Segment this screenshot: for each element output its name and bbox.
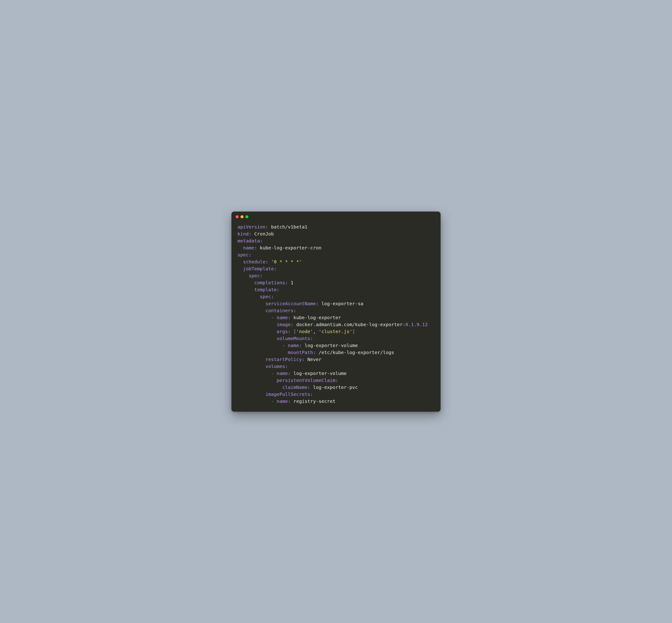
colon: : <box>294 308 296 314</box>
colon: : <box>260 273 263 278</box>
colon: : <box>313 350 316 355</box>
dash: - <box>271 315 274 320</box>
colon: : <box>310 391 313 397</box>
yaml-line: - name: log-exporter-volume <box>238 343 358 348</box>
colon: : <box>249 252 251 258</box>
yaml-line: args: ['node', 'cluster.js'] <box>238 329 355 334</box>
yaml-line: - name: registry-secret <box>238 398 335 404</box>
yaml-value: kube-log-exporter-cron <box>260 245 322 250</box>
yaml-line: completions: 1 <box>238 280 294 286</box>
colon: : <box>285 363 288 369</box>
yaml-key: claimName <box>282 385 307 390</box>
yaml-value: log-exporter-volume <box>294 370 347 376</box>
yaml-key: persistentVolumeClaim <box>277 378 336 383</box>
dash: - <box>282 343 285 348</box>
yaml-line: imagePullSecrets: <box>238 391 313 397</box>
yaml-line: image: docker.admantium.com/kube-log-exp… <box>238 322 428 327</box>
yaml-key: metadata <box>238 238 260 244</box>
yaml-line: jobTemplate: <box>238 266 277 271</box>
comma: , <box>313 329 316 334</box>
yaml-value: 0.1.9.12 <box>405 322 428 327</box>
yaml-line: - name: kube-log-exporter <box>238 315 341 320</box>
yaml-key: spec <box>260 294 271 299</box>
colon: : <box>299 343 302 348</box>
colon: : <box>335 378 338 383</box>
colon: : <box>277 287 279 292</box>
minimize-icon[interactable] <box>241 215 244 218</box>
colon: : <box>271 294 274 299</box>
colon: : <box>288 315 291 320</box>
maximize-icon[interactable] <box>245 215 248 218</box>
yaml-key: imagePullSecrets <box>265 391 310 397</box>
yaml-key: name <box>277 398 288 404</box>
yaml-value: CronJob <box>254 231 274 237</box>
dash: - <box>271 398 274 404</box>
yaml-line: metadata: <box>238 238 263 244</box>
yaml-value: 'node' <box>296 329 313 334</box>
yaml-key: name <box>277 315 288 320</box>
yaml-value: log-exporter-volume <box>305 343 358 348</box>
yaml-line: name: kube-log-exporter-cron <box>238 245 322 250</box>
code-block: apiVersion: batch/v1beta1 kind: CronJob … <box>232 220 440 412</box>
bracket: [ <box>294 329 296 334</box>
yaml-key: volumes <box>265 363 285 369</box>
yaml-line: - name: log-exporter-volume <box>238 370 347 376</box>
colon: : <box>254 245 257 250</box>
colon: : <box>310 336 313 341</box>
colon: : <box>288 398 291 404</box>
yaml-key: serviceAccountName <box>265 301 316 306</box>
colon: : <box>274 266 277 271</box>
yaml-value: 'cluster.js' <box>318 329 352 334</box>
window-titlebar <box>232 211 440 220</box>
colon: : <box>260 238 263 244</box>
yaml-key: schedule <box>243 259 265 265</box>
colon: : <box>307 385 310 390</box>
yaml-key: image <box>277 322 291 327</box>
colon: : <box>288 370 291 376</box>
yaml-key: name <box>288 343 299 348</box>
colon: : <box>265 259 268 265</box>
colon: : <box>291 322 294 327</box>
yaml-key: containers <box>265 308 293 314</box>
yaml-value: '0 * * * *' <box>271 259 302 265</box>
yaml-key: apiVersion <box>238 224 265 230</box>
yaml-line: volumes: <box>238 363 288 369</box>
close-icon[interactable] <box>236 215 239 218</box>
yaml-value: kube-log-exporter <box>294 315 341 320</box>
yaml-line: persistentVolumeClaim: <box>238 378 338 383</box>
yaml-line: volumeMounts: <box>238 336 313 341</box>
yaml-line: template: <box>238 287 279 292</box>
yaml-line: mountPath: /etc/kube-log-exporter/logs <box>238 350 394 355</box>
yaml-line: restartPolicy: Never <box>238 357 322 362</box>
yaml-key: restartPolicy <box>265 357 302 362</box>
yaml-key: completions <box>254 280 285 286</box>
colon: : <box>265 224 268 230</box>
yaml-value: log-exporter-sa <box>322 301 363 306</box>
colon: : <box>249 231 251 237</box>
yaml-line: spec: <box>238 273 263 278</box>
yaml-key: volumeMounts <box>277 336 310 341</box>
yaml-line: schedule: '0 * * * *' <box>238 259 302 265</box>
yaml-line: serviceAccountName: log-exporter-sa <box>238 301 363 306</box>
yaml-key: name <box>243 245 254 250</box>
code-window: apiVersion: batch/v1beta1 kind: CronJob … <box>232 211 440 412</box>
dash: - <box>271 370 274 376</box>
colon: : <box>302 357 305 362</box>
yaml-line: containers: <box>238 308 296 314</box>
yaml-line: apiVersion: batch/v1beta1 <box>238 224 307 230</box>
yaml-value: /etc/kube-log-exporter/logs <box>318 350 394 355</box>
yaml-line: claimName: log-exporter-pvc <box>238 385 358 390</box>
yaml-key: kind <box>238 231 249 237</box>
yaml-value: batch/v1beta1 <box>271 224 308 230</box>
yaml-key: template <box>254 287 276 292</box>
yaml-key: args <box>277 329 288 334</box>
yaml-value: registry-secret <box>294 398 336 404</box>
colon: : <box>288 329 291 334</box>
yaml-key: spec <box>249 273 260 278</box>
yaml-value: Never <box>307 357 322 362</box>
yaml-key: jobTemplate <box>243 266 274 271</box>
yaml-key: spec <box>238 252 249 258</box>
colon: : <box>285 280 288 286</box>
yaml-value: log-exporter-pvc <box>313 385 358 390</box>
bracket: ] <box>352 329 355 334</box>
